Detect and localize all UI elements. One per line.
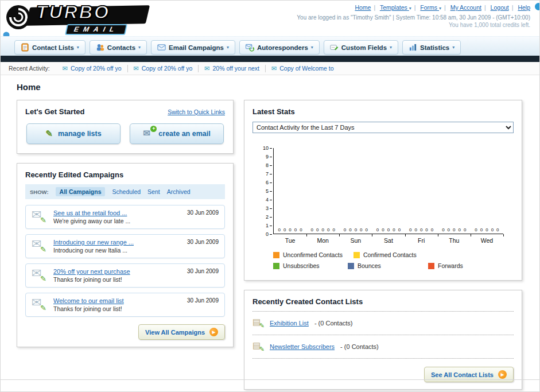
- campaign-row[interactable]: ✉✎ Introducing our new range ... Introdu…: [25, 234, 225, 258]
- recent-activity-bar: Recent Activity: ✉ Copy of 20% off yo ✉ …: [1, 62, 539, 75]
- legend-label: Unsubscribes: [283, 262, 320, 269]
- chart-value-label: 0: [409, 227, 411, 232]
- recent-activity-link[interactable]: 20% off your next: [213, 65, 260, 72]
- corner-dot: [535, 3, 540, 10]
- campaign-date: 30 Jun 2009: [187, 209, 219, 216]
- contact-lists-title: Recently Created Contact Lists: [252, 297, 514, 306]
- legend-label: Forwards: [438, 262, 463, 269]
- chart-legend: Unconfirmed ContactsConfirmed ContactsUn…: [273, 251, 510, 273]
- chart-value-label: 0: [420, 227, 422, 232]
- filter-all-campaigns[interactable]: All Campaigns: [56, 187, 106, 196]
- dotted-separator: [252, 358, 514, 359]
- tab-statistics[interactable]: Statistics ▾: [402, 40, 461, 55]
- recent-activity-item[interactable]: ✉ Copy of 20% off yo: [57, 65, 128, 72]
- contacts-icon: [96, 43, 104, 52]
- contact-list-item[interactable]: ▤✎ Newsletter Subscribers - (0 Contacts): [252, 340, 514, 353]
- recent-activity-link[interactable]: Copy of 20% off yo: [71, 65, 122, 72]
- tab-label: Statistics: [420, 44, 449, 51]
- campaign-row[interactable]: ✉✎ 20% off your next purchase Thanks for…: [25, 263, 225, 288]
- campaigns-title: Recently Edited Campaigns: [25, 170, 225, 179]
- campaign-subtitle: Thanks for joining our list!: [53, 276, 130, 283]
- chart-value-label: 0: [360, 227, 362, 232]
- chart-value-label: 0: [464, 227, 466, 232]
- create-email-button[interactable]: ✉ + create an email: [130, 123, 224, 144]
- main-content: Home Let's Get Started Switch to Quick L…: [1, 75, 539, 379]
- tab-contacts[interactable]: Contacts ▾: [90, 40, 147, 55]
- recent-activity-item[interactable]: ✉ Copy of Welcome to: [266, 65, 340, 72]
- chart-value-label: 0: [366, 227, 368, 232]
- chart-x-tick-label: Tue: [274, 237, 306, 244]
- envelope-icon: ✉: [271, 65, 277, 72]
- legend-item: Bounces: [348, 262, 428, 269]
- chart-y-tick-label: 2: [266, 214, 272, 220]
- arrow-right-icon: ▶: [209, 328, 218, 336]
- campaign-row[interactable]: ✉✎ See us at the retail food ... We're g…: [25, 205, 225, 229]
- tab-custom-fields[interactable]: Custom Fields ▾: [324, 40, 398, 55]
- chart-value-label: 0: [459, 227, 461, 232]
- legend-swatch: [273, 252, 279, 258]
- nav-home-link[interactable]: Home: [355, 4, 371, 11]
- top-nav: Home Templates ▾ Forms ▾ My Account Logo…: [172, 1, 539, 11]
- tab-email-campaigns[interactable]: Email Campaigns ▾: [151, 40, 235, 55]
- manage-lists-button[interactable]: ✎ manage lists: [26, 123, 121, 144]
- dropdown-arrow-icon: ▾: [227, 45, 229, 50]
- tab-contact-lists[interactable]: Contact Lists ▾: [14, 40, 86, 55]
- campaign-title-link[interactable]: Welcome to our email list: [53, 297, 124, 304]
- chart-value-label: 0: [289, 227, 291, 232]
- chart-value-label: 0: [283, 227, 286, 232]
- chart-category-group: 00000Sat: [372, 148, 405, 234]
- legend-item: Unsubscribes: [273, 262, 348, 269]
- campaign-title-link[interactable]: 20% off your next purchase: [53, 268, 130, 275]
- campaign-title-link[interactable]: See us at the retail food ...: [53, 209, 130, 216]
- envelope-plus-icon: ✉ +: [143, 129, 153, 138]
- view-all-campaigns-button[interactable]: View All Campaigns ▶: [138, 324, 225, 340]
- nav-forms-link[interactable]: Forms ▾: [420, 4, 441, 11]
- dropdown-arrow-icon: ▾: [452, 45, 454, 50]
- tab-autoresponders[interactable]: Autoresponders ▾: [239, 40, 320, 55]
- tab-label: Contact Lists: [32, 44, 74, 51]
- campaign-filter-bar: SHOW: All Campaigns Scheduled Sent Archi…: [25, 184, 225, 199]
- campaign-title-link[interactable]: Introducing our new range ...: [53, 239, 134, 246]
- recent-activity-link[interactable]: Copy of Welcome to: [279, 65, 333, 72]
- dropdown-arrow-icon: ▾: [77, 45, 79, 50]
- filter-sent[interactable]: Sent: [147, 188, 160, 195]
- button-label: manage lists: [58, 130, 102, 138]
- recent-activity-link[interactable]: Copy of 20% off yo: [142, 65, 193, 72]
- nav-logout-link[interactable]: Logout: [491, 4, 509, 11]
- chart-value-label: 0: [387, 227, 390, 232]
- campaign-row[interactable]: ✉✎ Welcome to our email list Thanks for …: [25, 293, 225, 317]
- chart-x-tick-label: Thu: [438, 237, 471, 244]
- chart-value-label: 0: [376, 227, 379, 232]
- chart-value-label: 0: [431, 227, 433, 232]
- contact-list-link[interactable]: Exhibition List: [270, 320, 309, 327]
- chart-y-tick-label: 5: [266, 188, 272, 194]
- email-campaigns-icon: [157, 43, 166, 52]
- nav-help-link[interactable]: Help: [518, 4, 530, 11]
- logo-subtext: EMAIL: [65, 24, 127, 35]
- filter-scheduled[interactable]: Scheduled: [112, 188, 141, 195]
- contact-list-link[interactable]: Newsletter Subscribers: [270, 343, 335, 350]
- chart-value-label: 0: [485, 227, 488, 232]
- nav-my-account-link[interactable]: My Account: [450, 4, 481, 11]
- filter-archived[interactable]: Archived: [167, 188, 191, 195]
- header: TURBO EMAIL Home Templates ▾ Forms ▾ My …: [1, 1, 539, 36]
- chart-value-labels: 00000: [405, 227, 438, 232]
- chart-value-label: 0: [332, 227, 335, 232]
- chart-y-tick-label: 6: [266, 180, 272, 185]
- nav-forms-label: Forms: [420, 4, 437, 11]
- chart-value-labels: 00000: [438, 227, 471, 232]
- app-logo[interactable]: TURBO EMAIL: [5, 2, 163, 35]
- switch-quick-links[interactable]: Switch to Quick Links: [168, 108, 225, 115]
- recent-contact-lists-panel: Recently Created Contact Lists ▤✎ Exhibi…: [244, 290, 522, 390]
- nav-templates-link[interactable]: Templates ▾: [380, 4, 411, 11]
- legend-swatch: [353, 252, 360, 258]
- stats-period-select[interactable]: Contact Activity for the Last 7 Days: [252, 122, 514, 133]
- chart-plot: 00000Tue00000Mon00000Sun00000Sat00000Fri…: [273, 148, 503, 234]
- list-pencil-icon: ▤✎: [252, 342, 264, 351]
- chart-value-labels: 00000: [274, 227, 306, 232]
- chart-value-label: 0: [414, 227, 417, 232]
- chart-value-label: 0: [491, 227, 494, 232]
- contact-list-item[interactable]: ▤✎ Exhibition List - (0 Contacts): [252, 317, 514, 329]
- recent-activity-item[interactable]: ✉ Copy of 20% off yo: [128, 65, 199, 72]
- recent-activity-item[interactable]: ✉ 20% off your next: [199, 65, 266, 72]
